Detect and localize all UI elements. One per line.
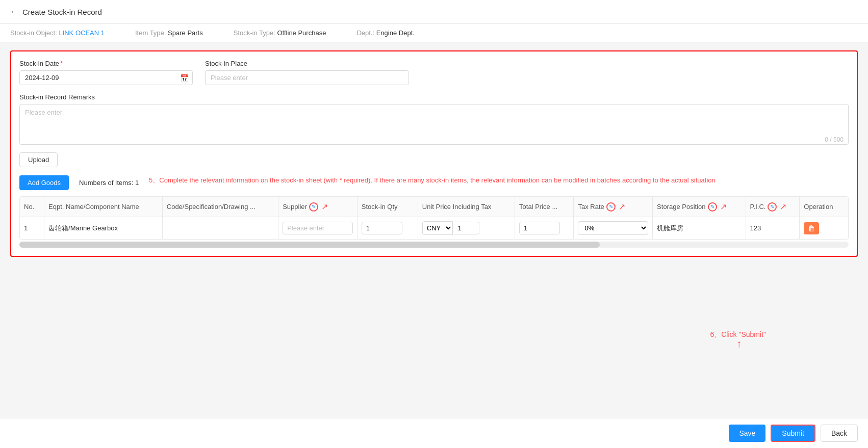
- cell-total-price: [515, 217, 574, 240]
- footer-buttons: Save Submit Back: [0, 418, 868, 448]
- qty-input[interactable]: [362, 222, 402, 234]
- meta-stock-in-type: Stock-in Type: Offline Purchase: [234, 29, 326, 37]
- th-code: Code/Specification/Drawing ...: [162, 197, 278, 217]
- stock-in-date-field: Stock-in Date* 📅: [19, 60, 193, 85]
- upload-button[interactable]: Upload: [19, 152, 58, 167]
- meta-stock-in-type-value: Offline Purchase: [277, 29, 326, 37]
- th-unit-price: Unit Price Including Tax: [418, 197, 515, 217]
- supplier-arrow: ↗: [321, 202, 328, 212]
- cell-code: [162, 217, 278, 240]
- meta-stock-in-object-value: LINK OCEAN 1: [59, 29, 105, 37]
- pic-edit-icon[interactable]: ✎: [768, 202, 777, 212]
- table-row: 1 齿轮箱/Marine Gearbox CNY ▾: [20, 217, 848, 240]
- th-qty: Stock-in Qty: [357, 197, 418, 217]
- stock-in-date-input[interactable]: [19, 70, 193, 85]
- main-content: Stock-in Date* 📅 Stock-in Place Stock-in…: [0, 42, 868, 273]
- remarks-label: Stock-in Record Remarks: [19, 93, 849, 101]
- th-operation: Operation: [800, 197, 848, 217]
- th-total-price: Total Price ...: [515, 197, 574, 217]
- meta-item-type: Item Type: Spare Parts: [135, 29, 203, 37]
- meta-bar: Stock-in Object: LINK OCEAN 1 Item Type:…: [0, 24, 868, 42]
- horizontal-scrollbar[interactable]: [19, 242, 849, 248]
- th-supplier: Supplier ✎ ↗: [278, 197, 358, 217]
- save-button[interactable]: Save: [729, 425, 765, 442]
- th-name: Eqpt. Name/Component Name: [44, 197, 163, 217]
- pic-arrow: ↗: [780, 202, 786, 212]
- tax-rate-edit-icon[interactable]: ✎: [606, 202, 616, 212]
- stock-in-date-label: Stock-in Date*: [19, 60, 193, 67]
- cell-operation: 🗑: [800, 217, 848, 240]
- remarks-field: Stock-in Record Remarks 0 / 500: [19, 93, 849, 146]
- delete-row-button[interactable]: 🗑: [804, 222, 819, 234]
- th-tax-rate: Tax Rate ✎ ↗: [574, 197, 653, 217]
- storage-edit-icon[interactable]: ✎: [708, 202, 717, 212]
- back-arrow-icon[interactable]: ←: [10, 7, 18, 16]
- add-goods-button[interactable]: Add Goods: [19, 175, 69, 190]
- meta-dept: Dept.: Engine Dept.: [356, 29, 414, 37]
- th-no: No.: [20, 197, 44, 217]
- submit-button[interactable]: Submit: [771, 425, 815, 442]
- scrollbar-thumb: [19, 242, 600, 248]
- tax-rate-arrow: ↗: [619, 202, 625, 212]
- th-storage: Storage Position ✎ ↗: [653, 197, 746, 217]
- th-pic: P.I.C. ✎ ↗: [746, 197, 800, 217]
- cell-unit-price: CNY ▾ USD EUR: [418, 217, 515, 240]
- table-header-row: No. Eqpt. Name/Component Name Code/Speci…: [20, 197, 848, 217]
- char-count: 0 / 500: [825, 136, 844, 143]
- cell-no: 1: [20, 217, 44, 240]
- page-header: ← Create Stock-in Record: [0, 0, 868, 24]
- submit-arrow-icon: ↑: [736, 338, 742, 350]
- stock-in-place-label: Stock-in Place: [205, 60, 409, 67]
- goods-table: No. Eqpt. Name/Component Name Code/Speci…: [20, 197, 848, 239]
- meta-item-type-value: Spare Parts: [168, 29, 203, 37]
- bottom-area: 6、Click "Submit" ↑: [0, 273, 868, 375]
- tax-rate-select[interactable]: 0% 6% 9% 13%: [578, 221, 648, 235]
- cell-name: 齿轮箱/Marine Gearbox: [44, 217, 163, 240]
- supplier-edit-icon[interactable]: ✎: [309, 202, 318, 212]
- date-input-wrapper: 📅: [19, 70, 193, 85]
- meta-stock-in-type-label: Stock-in Type:: [234, 29, 275, 37]
- cell-qty: [357, 217, 418, 240]
- instruction-text: 5、Complete the relevant information on t…: [149, 175, 849, 186]
- form-section: Stock-in Date* 📅 Stock-in Place Stock-in…: [10, 50, 858, 257]
- goods-header: Add Goods Numbers of Items: 1 5、Complete…: [19, 175, 849, 190]
- meta-dept-label: Dept.:: [356, 29, 374, 37]
- cell-tax-rate: 0% 6% 9% 13%: [574, 217, 653, 240]
- stock-in-place-input[interactable]: [205, 70, 409, 85]
- meta-stock-in-object: Stock-in Object: LINK OCEAN 1: [10, 29, 105, 37]
- page-title: Create Stock-in Record: [22, 8, 102, 16]
- cell-pic: 123: [746, 217, 800, 240]
- table-wrapper: No. Eqpt. Name/Component Name Code/Speci…: [19, 196, 849, 240]
- textarea-wrapper: 0 / 500: [19, 104, 849, 146]
- form-row-date-place: Stock-in Date* 📅 Stock-in Place: [19, 60, 849, 85]
- unit-price-input[interactable]: [454, 222, 479, 234]
- stock-in-place-field: Stock-in Place: [205, 60, 409, 85]
- currency-select[interactable]: CNY ▾ USD EUR: [422, 221, 453, 235]
- goods-count: Numbers of Items: 1: [79, 175, 139, 187]
- meta-item-type-label: Item Type:: [135, 29, 166, 37]
- total-price-input[interactable]: [519, 222, 560, 234]
- back-button[interactable]: Back: [821, 425, 858, 442]
- calendar-icon: 📅: [180, 74, 189, 82]
- meta-dept-value: Engine Dept.: [376, 29, 415, 37]
- supplier-input[interactable]: [283, 222, 353, 234]
- remarks-textarea[interactable]: [19, 104, 849, 145]
- cell-storage: 机舱库房: [653, 217, 746, 240]
- storage-arrow: ↗: [720, 202, 727, 212]
- cell-supplier: [278, 217, 358, 240]
- meta-stock-in-object-label: Stock-in Object:: [10, 29, 57, 37]
